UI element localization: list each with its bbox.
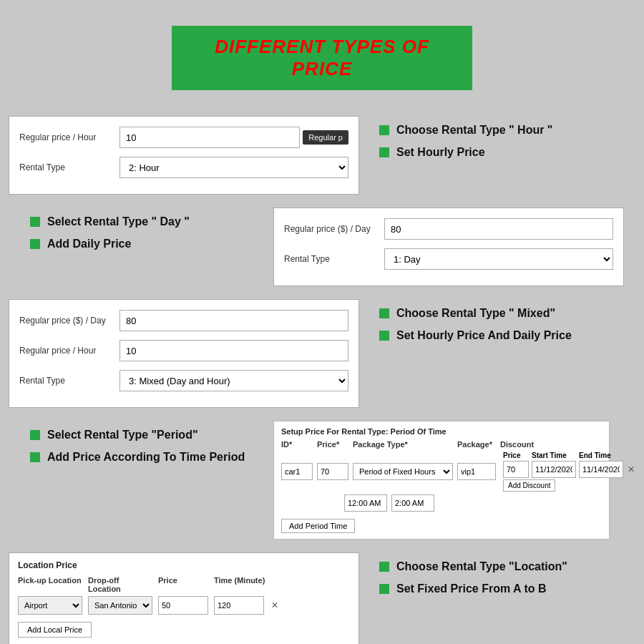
- hour-rental-type-select[interactable]: 2: Hour: [119, 157, 348, 178]
- hour-info-item-2: Set Hourly Price: [379, 145, 552, 160]
- green-square-icon: [30, 430, 40, 440]
- hour-price-label: Regular price / Hour: [19, 132, 119, 142]
- period-form: Setup Price For Rental Type: Period Of T…: [273, 421, 610, 540]
- day-form: Regular price ($) / Day Rental Type 1: D…: [273, 208, 624, 286]
- hour-form: Regular price / Hour Regular p Rental Ty…: [9, 116, 359, 195]
- disc-remove-btn[interactable]: ✕: [628, 464, 635, 474]
- mixed-day-price-label: Regular price ($) / Day: [19, 316, 119, 326]
- discount-values-row: ✕: [503, 461, 635, 478]
- dropoff-location-select[interactable]: San Antonio: [88, 596, 152, 615]
- period-time2-input[interactable]: [391, 494, 434, 512]
- mixed-hour-price-label: Regular price / Hour: [19, 346, 119, 356]
- col-disc-header: Discount: [500, 440, 572, 449]
- location-info-text-2: Set Fixed Price From A to B: [396, 582, 547, 597]
- green-square-icon: [30, 239, 40, 249]
- day-rental-type-label: Rental Type: [284, 254, 384, 264]
- day-rental-type-row: Rental Type 1: Day: [284, 248, 613, 270]
- period-data-row: Period of Fixed Hours in day Price Start…: [281, 452, 602, 492]
- green-square-icon: [379, 584, 389, 594]
- hour-rental-type-row: Rental Type 2: Hour: [19, 157, 348, 178]
- col-pkgtype-header: Package Type*: [353, 440, 453, 449]
- discount-labels-row: Price Start Time End Time: [503, 452, 635, 459]
- discount-area: Price Start Time End Time ✕ Add Discount: [503, 452, 635, 492]
- day-info: Select Rental Type " Day " Add Daily Pri…: [9, 208, 273, 266]
- disc-end-label: End Time: [579, 452, 623, 459]
- mixed-info: Choose Rental Type " Mixed" Set Hourly P…: [359, 299, 585, 358]
- day-info-item-2: Add Daily Price: [30, 237, 259, 252]
- location-col-headers: Pick-up Location Drop-off Location Price…: [18, 576, 350, 593]
- period-info-item-2: Add Price According To Time Period: [30, 450, 259, 465]
- location-info-text-1: Choose Rental Type "Location": [396, 560, 567, 575]
- green-square-icon: [30, 217, 40, 227]
- location-info-item-2: Set Fixed Price From A to B: [379, 582, 567, 597]
- mixed-day-price-row: Regular price ($) / Day: [19, 310, 348, 331]
- period-id-input[interactable]: [281, 463, 313, 480]
- section-period: Select Rental Type "Period" Add Price Ac…: [0, 421, 644, 540]
- mixed-day-price-input[interactable]: [119, 310, 348, 331]
- day-price-row: Regular price ($) / Day: [284, 218, 613, 240]
- add-period-time-button[interactable]: Add Period Time: [281, 519, 355, 533]
- disc-price-input[interactable]: [503, 461, 529, 478]
- period-pkg-input[interactable]: [457, 463, 496, 480]
- mixed-rental-type-row: Rental Type 3: Mixed (Day and Hour): [19, 370, 348, 391]
- mixed-info-text-1: Choose Rental Type " Mixed": [396, 306, 555, 321]
- pickup-col-header: Pick-up Location: [18, 576, 82, 593]
- day-rental-type-select[interactable]: 1: Day: [384, 248, 613, 270]
- col-price-header: Price*: [317, 440, 348, 449]
- period-pkgtype-select[interactable]: Period of Fixed Hours in day: [353, 463, 453, 480]
- mixed-hour-price-row: Regular price / Hour: [19, 340, 348, 361]
- col-pkg-header: Package*: [457, 440, 496, 449]
- day-price-input[interactable]: [384, 218, 613, 240]
- green-square-icon: [379, 308, 389, 318]
- day-info-item-1: Select Rental Type " Day ": [30, 215, 259, 230]
- period-time-row: [344, 494, 602, 512]
- location-info-item-1: Choose Rental Type "Location": [379, 560, 567, 575]
- disc-end-input[interactable]: [579, 461, 623, 478]
- pickup-location-select[interactable]: Airport: [18, 596, 82, 615]
- period-title: Setup Price For Rental Type: Period Of T…: [281, 427, 602, 436]
- day-info-text-2: Add Daily Price: [47, 237, 131, 252]
- period-info-text-2: Add Price According To Time Period: [47, 450, 245, 465]
- green-square-icon: [379, 331, 389, 341]
- location-price-input[interactable]: [158, 596, 208, 615]
- green-square-icon: [379, 562, 389, 572]
- mixed-info-item-1: Choose Rental Type " Mixed": [379, 306, 572, 321]
- period-info-text-1: Select Rental Type "Period": [47, 428, 198, 443]
- add-discount-button[interactable]: Add Discount: [503, 479, 555, 492]
- disc-start-input[interactable]: [532, 461, 576, 478]
- section-hour: Regular price / Hour Regular p Rental Ty…: [0, 116, 644, 195]
- price-col-header: Price: [158, 576, 208, 593]
- hour-info-text-2: Set Hourly Price: [396, 145, 485, 160]
- mixed-rental-type-select[interactable]: 3: Mixed (Day and Hour): [119, 370, 348, 391]
- dropoff-col-header: Drop-off Location: [88, 576, 152, 593]
- hour-info: Choose Rental Type " Hour " Set Hourly P…: [359, 116, 565, 175]
- period-price-input[interactable]: [317, 463, 348, 480]
- hour-info-item-1: Choose Rental Type " Hour ": [379, 123, 552, 138]
- page-title: DIFFERENT TYPES OF PRICE: [215, 36, 429, 79]
- period-info: Select Rental Type "Period" Add Price Ac…: [9, 421, 273, 479]
- mixed-info-item-2: Set Hourly Price And Daily Price: [379, 328, 572, 343]
- tooltip-regular: Regular p: [303, 130, 348, 145]
- location-form: Location Price Pick-up Location Drop-off…: [9, 552, 359, 644]
- location-time-input[interactable]: [214, 596, 264, 615]
- section-mixed: Regular price ($) / Day Regular price / …: [0, 299, 644, 408]
- section-location: Location Price Pick-up Location Drop-off…: [0, 552, 644, 644]
- mixed-rental-type-label: Rental Type: [19, 376, 119, 386]
- hour-price-input[interactable]: [119, 127, 300, 148]
- hour-price-row: Regular price / Hour Regular p: [19, 127, 348, 148]
- period-info-item-1: Select Rental Type "Period": [30, 428, 259, 443]
- disc-price-label: Price: [503, 452, 529, 459]
- mixed-hour-price-input[interactable]: [119, 340, 348, 361]
- green-square-icon: [379, 147, 389, 157]
- add-local-price-button[interactable]: Add Local Price: [18, 622, 92, 638]
- time-col-header: Time (Minute): [214, 576, 278, 593]
- day-price-label: Regular price ($) / Day: [284, 224, 384, 234]
- day-info-text-1: Select Rental Type " Day ": [47, 215, 190, 230]
- location-data-row: Airport San Antonio ✕: [18, 596, 350, 615]
- period-time1-input[interactable]: [344, 494, 387, 512]
- green-square-icon: [379, 125, 389, 135]
- section-day: Select Rental Type " Day " Add Daily Pri…: [0, 208, 644, 286]
- period-headers: ID* Price* Package Type* Package* Discou…: [281, 440, 602, 449]
- location-remove-btn[interactable]: ✕: [271, 600, 278, 610]
- mixed-form: Regular price ($) / Day Regular price / …: [9, 299, 359, 408]
